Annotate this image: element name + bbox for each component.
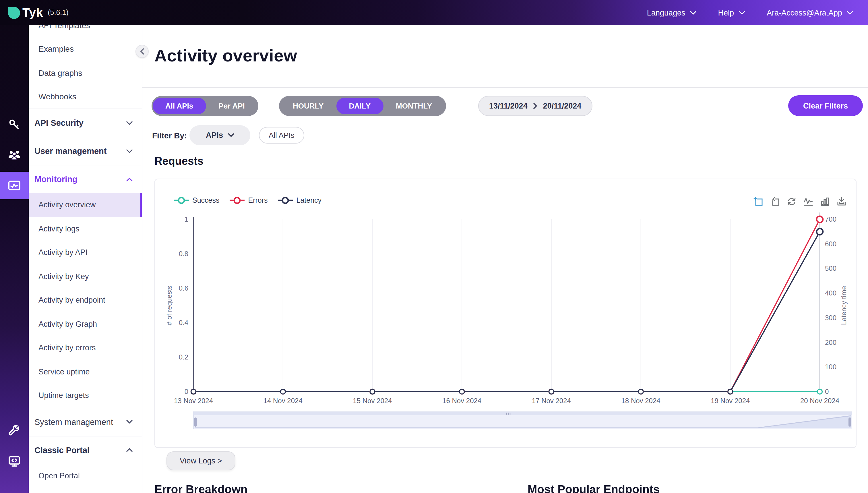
datazoom-right-handle[interactable]	[848, 417, 851, 427]
view-logs-button[interactable]: View Logs >	[166, 451, 235, 470]
date-from: 13/11/2024	[489, 102, 528, 110]
sidebar-section-user-management[interactable]: User management	[29, 137, 142, 165]
filter-type-value: APIs	[206, 131, 223, 140]
svg-text:18 Nov 2024: 18 Nov 2024	[621, 397, 661, 405]
chevron-down-icon	[847, 10, 853, 15]
svg-text:17 Nov 2024: 17 Nov 2024	[532, 397, 571, 405]
requests-line-chart[interactable]: 00.20.40.60.810100200300400500600700# of…	[155, 179, 857, 449]
granularity-option-monthly[interactable]: MONTHLY	[383, 98, 445, 114]
svg-text:13 Nov 2024: 13 Nov 2024	[174, 397, 213, 405]
chevron-up-icon	[126, 177, 133, 181]
languages-menu[interactable]: Languages	[647, 8, 696, 17]
clear-filters-button[interactable]: Clear Filters	[788, 95, 863, 116]
sidebar-item-activity-by-graph[interactable]: Activity by Graph	[29, 312, 142, 336]
filter-value-label: All APIs	[269, 131, 294, 140]
sidebar-item-uptime-targets[interactable]: Uptime targets	[29, 384, 142, 407]
svg-text:19 Nov 2024: 19 Nov 2024	[711, 397, 750, 405]
tyk-leaf-icon	[8, 7, 20, 19]
svg-text:0: 0	[825, 388, 829, 395]
date-to: 20/11/2024	[543, 102, 581, 110]
help-menu[interactable]: Help	[718, 8, 745, 17]
chevron-left-icon	[140, 48, 144, 55]
app-root: Tyk (5.6.1) Languages Help Ara-Access@Ar…	[0, 0, 868, 493]
scope-option-all-apis[interactable]: All APIs	[153, 98, 206, 114]
chevron-down-icon	[228, 133, 234, 137]
languages-label: Languages	[647, 8, 686, 17]
svg-text:14 Nov 2024: 14 Nov 2024	[264, 397, 303, 405]
svg-text:200: 200	[825, 339, 837, 346]
user-management-rail-item[interactable]	[0, 147, 29, 163]
api-security-rail-item[interactable]	[0, 116, 29, 133]
svg-text:16 Nov 2024: 16 Nov 2024	[442, 397, 481, 405]
sidebar-item-service-uptime[interactable]: Service uptime	[29, 360, 142, 384]
sidebar-item-label: Activity by Key	[39, 272, 89, 281]
page-title: Activity overview	[154, 46, 297, 65]
sidebar-item-activity-by-key[interactable]: Activity by Key	[29, 264, 142, 288]
sidebar-item-activity-by-endpoint[interactable]: Activity by endpoint	[29, 288, 142, 312]
svg-text:Latency time: Latency time	[840, 286, 848, 325]
account-menu[interactable]: Ara-Access@Ara.App	[767, 8, 853, 17]
sidebar-item-label: Activity overview	[39, 201, 96, 209]
system-management-rail-item[interactable]	[0, 423, 29, 439]
tyk-logo[interactable]: Tyk (5.6.1)	[8, 6, 69, 20]
sidebar-item-webhooks[interactable]: Webhooks	[29, 85, 142, 109]
sidebar-collapse-button[interactable]	[135, 45, 149, 58]
key-icon	[8, 118, 21, 131]
sidebar-section-label: Monitoring	[35, 175, 77, 184]
sidebar-item-activity-by-errors[interactable]: Activity by errors	[29, 336, 142, 360]
requests-chart-card: Success Errors Latency	[154, 178, 856, 448]
sidebar-item-activity-by-api[interactable]: Activity by API	[29, 241, 142, 264]
sidebar-section-api-security[interactable]: API Security	[29, 109, 142, 137]
sidebar-item-open-portal[interactable]: Open Portal	[29, 464, 142, 488]
sidebar-item-activity-overview[interactable]: Activity overview	[29, 193, 142, 217]
sidebar-section-label: Classic Portal	[35, 445, 90, 454]
chevron-up-icon	[126, 448, 133, 452]
requests-section-title: Requests	[154, 155, 203, 168]
svg-text:0.4: 0.4	[179, 319, 188, 326]
sidebar-section-label: System management	[35, 417, 113, 426]
sidebar-item-label: Examples	[39, 44, 74, 54]
sidebar-item-label: Activity by errors	[39, 344, 96, 352]
svg-text:0: 0	[184, 388, 188, 395]
sidebar-item-activity-logs[interactable]: Activity logs	[29, 217, 142, 241]
date-range-picker[interactable]: 13/11/2024 20/11/2024	[478, 96, 592, 116]
sidebar-item-label: Open Portal	[39, 471, 80, 480]
svg-text:1: 1	[184, 215, 188, 223]
granularity-option-hourly[interactable]: HOURLY	[280, 98, 336, 114]
sidebar-section-system-management[interactable]: System management	[29, 408, 142, 435]
sidebar-item-label: Service uptime	[39, 367, 90, 376]
icon-rail	[0, 0, 29, 493]
sidebar-section-classic-portal[interactable]: Classic Portal	[29, 436, 142, 464]
most-popular-endpoints-title: Most Popular Endpoints	[528, 483, 660, 493]
sidebar-item-label: Uptime targets	[39, 391, 89, 400]
scope-option-per-api[interactable]: Per API	[206, 98, 258, 114]
svg-text:0.8: 0.8	[179, 250, 188, 258]
svg-text:20 Nov 2024: 20 Nov 2024	[800, 397, 839, 405]
sidebar: API TemplatesExamplesData graphsWebhooks…	[29, 25, 142, 493]
svg-text:0.6: 0.6	[179, 284, 188, 292]
sidebar-item-settings[interactable]: Settings	[29, 488, 142, 493]
sidebar-item-label: Activity logs	[39, 224, 80, 233]
sidebar-item-examples[interactable]: Examples	[29, 37, 142, 61]
help-label: Help	[718, 8, 734, 17]
filter-value-chip[interactable]: All APIs	[259, 127, 304, 144]
datazoom-left-handle[interactable]	[194, 417, 197, 427]
users-icon	[7, 149, 21, 162]
filter-type-dropdown[interactable]: APIs	[190, 125, 250, 145]
sidebar-item-label: Webhooks	[39, 92, 76, 101]
granularity-option-daily[interactable]: DAILY	[336, 98, 383, 114]
chevron-down-icon	[126, 420, 133, 424]
sidebar-item-label: Activity by API	[39, 249, 88, 257]
sidebar-section-monitoring[interactable]: Monitoring	[29, 165, 142, 193]
api-scope-segmented: All APIsPer API	[152, 96, 259, 116]
header-divider	[142, 87, 868, 88]
sidebar-item-data-graphs[interactable]: Data graphs	[29, 61, 142, 85]
sidebar-item-api-templates[interactable]: API Templates	[29, 25, 142, 37]
svg-text:0.2: 0.2	[179, 353, 188, 361]
monitoring-chart-icon	[7, 179, 21, 192]
classic-portal-rail-item[interactable]	[0, 453, 29, 469]
monitoring-rail-item[interactable]	[0, 172, 29, 199]
svg-text:15 Nov 2024: 15 Nov 2024	[353, 397, 392, 405]
granularity-segmented: HOURLYDAILYMONTHLY	[279, 96, 446, 116]
topbar: Tyk (5.6.1) Languages Help Ara-Access@Ar…	[0, 0, 868, 25]
